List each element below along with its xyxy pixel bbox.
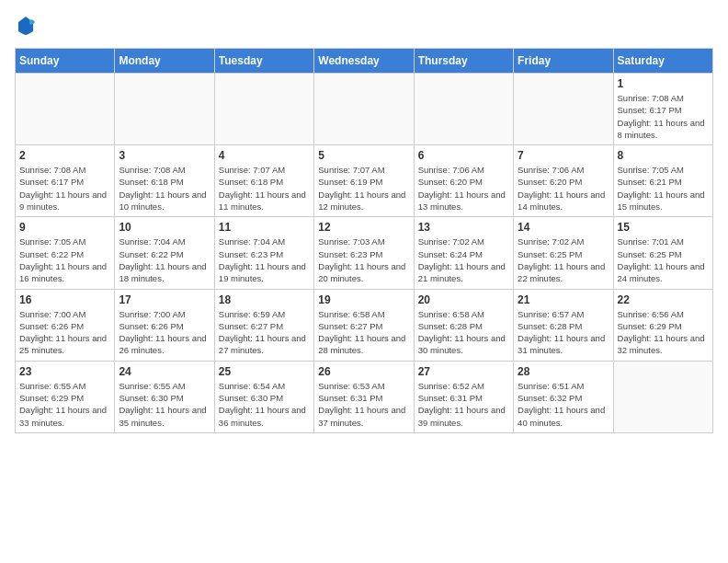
calendar-cell: 9Sunrise: 7:05 AM Sunset: 6:22 PM Daylig… [16, 217, 115, 289]
calendar-cell [514, 74, 613, 145]
calendar-cell: 24Sunrise: 6:55 AM Sunset: 6:30 PM Dayli… [115, 361, 214, 432]
calendar-cell [414, 74, 513, 145]
calendar-cell: 25Sunrise: 6:54 AM Sunset: 6:30 PM Dayli… [214, 361, 313, 432]
day-number: 21 [518, 293, 609, 306]
day-info: Sunrise: 7:07 AM Sunset: 6:18 PM Dayligh… [219, 164, 310, 213]
calendar-cell [115, 74, 214, 145]
day-info: Sunrise: 6:57 AM Sunset: 6:28 PM Dayligh… [518, 308, 609, 357]
calendar: SundayMondayTuesdayWednesdayThursdayFrid… [15, 48, 713, 433]
calendar-cell: 18Sunrise: 6:59 AM Sunset: 6:27 PM Dayli… [214, 289, 313, 361]
day-number: 5 [318, 149, 409, 162]
calendar-cell: 11Sunrise: 7:04 AM Sunset: 6:23 PM Dayli… [214, 217, 313, 289]
day-header-friday: Friday [514, 49, 613, 74]
day-info: Sunrise: 7:08 AM Sunset: 6:17 PM Dayligh… [19, 164, 110, 213]
calendar-cell: 12Sunrise: 7:03 AM Sunset: 6:23 PM Dayli… [314, 217, 414, 289]
day-number: 6 [418, 149, 509, 162]
calendar-cell: 16Sunrise: 7:00 AM Sunset: 6:26 PM Dayli… [16, 289, 115, 361]
calendar-cell: 10Sunrise: 7:04 AM Sunset: 6:22 PM Dayli… [115, 217, 214, 289]
day-number: 15 [618, 221, 709, 234]
day-info: Sunrise: 7:02 AM Sunset: 6:25 PM Dayligh… [518, 236, 609, 284]
day-info: Sunrise: 6:54 AM Sunset: 6:30 PM Dayligh… [219, 380, 310, 429]
day-info: Sunrise: 6:51 AM Sunset: 6:32 PM Dayligh… [518, 380, 609, 429]
day-info: Sunrise: 7:02 AM Sunset: 6:24 PM Dayligh… [418, 236, 509, 284]
calendar-cell: 2Sunrise: 7:08 AM Sunset: 6:17 PM Daylig… [16, 145, 115, 217]
day-info: Sunrise: 7:01 AM Sunset: 6:25 PM Dayligh… [618, 236, 709, 284]
day-info: Sunrise: 7:00 AM Sunset: 6:26 PM Dayligh… [119, 308, 210, 357]
calendar-cell [613, 361, 712, 432]
day-number: 25 [219, 365, 310, 378]
calendar-cell: 26Sunrise: 6:53 AM Sunset: 6:31 PM Dayli… [314, 361, 414, 432]
day-info: Sunrise: 7:03 AM Sunset: 6:23 PM Dayligh… [318, 236, 409, 284]
day-info: Sunrise: 6:58 AM Sunset: 6:27 PM Dayligh… [318, 308, 409, 357]
calendar-cell: 28Sunrise: 6:51 AM Sunset: 6:32 PM Dayli… [514, 361, 613, 432]
day-number: 18 [219, 293, 310, 306]
calendar-cell: 8Sunrise: 7:05 AM Sunset: 6:21 PM Daylig… [613, 145, 712, 217]
day-info: Sunrise: 7:06 AM Sunset: 6:20 PM Dayligh… [518, 164, 609, 213]
day-number: 13 [418, 221, 509, 234]
calendar-cell: 13Sunrise: 7:02 AM Sunset: 6:24 PM Dayli… [414, 217, 513, 289]
calendar-cell: 23Sunrise: 6:55 AM Sunset: 6:29 PM Dayli… [16, 361, 115, 432]
day-number: 20 [418, 293, 509, 306]
day-info: Sunrise: 7:08 AM Sunset: 6:18 PM Dayligh… [119, 164, 210, 213]
day-number: 2 [19, 149, 110, 162]
day-header-thursday: Thursday [414, 49, 513, 74]
calendar-cell: 27Sunrise: 6:52 AM Sunset: 6:31 PM Dayli… [414, 361, 513, 432]
calendar-cell: 19Sunrise: 6:58 AM Sunset: 6:27 PM Dayli… [314, 289, 414, 361]
calendar-cell: 4Sunrise: 7:07 AM Sunset: 6:18 PM Daylig… [214, 145, 313, 217]
day-number: 12 [318, 221, 409, 234]
calendar-cell: 17Sunrise: 7:00 AM Sunset: 6:26 PM Dayli… [115, 289, 214, 361]
day-header-saturday: Saturday [613, 49, 712, 74]
day-info: Sunrise: 6:53 AM Sunset: 6:31 PM Dayligh… [318, 380, 409, 429]
day-info: Sunrise: 6:55 AM Sunset: 6:29 PM Dayligh… [19, 380, 110, 429]
day-number: 9 [19, 221, 110, 234]
calendar-cell: 5Sunrise: 7:07 AM Sunset: 6:19 PM Daylig… [314, 145, 414, 217]
day-number: 24 [119, 365, 210, 378]
day-header-sunday: Sunday [16, 49, 115, 74]
calendar-cell: 3Sunrise: 7:08 AM Sunset: 6:18 PM Daylig… [115, 145, 214, 217]
calendar-cell: 1Sunrise: 7:08 AM Sunset: 6:17 PM Daylig… [613, 74, 712, 145]
day-info: Sunrise: 6:56 AM Sunset: 6:29 PM Dayligh… [618, 308, 709, 357]
calendar-cell: 14Sunrise: 7:02 AM Sunset: 6:25 PM Dayli… [514, 217, 613, 289]
day-number: 11 [219, 221, 310, 234]
day-header-tuesday: Tuesday [214, 49, 313, 74]
day-number: 14 [518, 221, 609, 234]
day-info: Sunrise: 7:05 AM Sunset: 6:21 PM Dayligh… [618, 164, 709, 213]
day-info: Sunrise: 7:04 AM Sunset: 6:22 PM Dayligh… [119, 236, 210, 284]
calendar-cell: 15Sunrise: 7:01 AM Sunset: 6:25 PM Dayli… [613, 217, 712, 289]
day-info: Sunrise: 6:58 AM Sunset: 6:28 PM Dayligh… [418, 308, 509, 357]
day-number: 23 [19, 365, 110, 378]
day-info: Sunrise: 7:05 AM Sunset: 6:22 PM Dayligh… [19, 236, 110, 284]
day-number: 19 [318, 293, 409, 306]
day-info: Sunrise: 6:55 AM Sunset: 6:30 PM Dayligh… [119, 380, 210, 429]
day-header-wednesday: Wednesday [314, 49, 414, 74]
calendar-cell [16, 74, 115, 145]
day-info: Sunrise: 6:59 AM Sunset: 6:27 PM Dayligh… [219, 308, 310, 357]
day-number: 3 [119, 149, 210, 162]
calendar-cell: 7Sunrise: 7:06 AM Sunset: 6:20 PM Daylig… [514, 145, 613, 217]
day-number: 16 [19, 293, 110, 306]
day-number: 8 [618, 149, 709, 162]
day-info: Sunrise: 7:07 AM Sunset: 6:19 PM Dayligh… [318, 164, 409, 213]
day-info: Sunrise: 7:06 AM Sunset: 6:20 PM Dayligh… [418, 164, 509, 213]
day-number: 17 [119, 293, 210, 306]
day-number: 28 [518, 365, 609, 378]
day-info: Sunrise: 7:00 AM Sunset: 6:26 PM Dayligh… [19, 308, 110, 357]
day-number: 22 [618, 293, 709, 306]
calendar-cell: 22Sunrise: 6:56 AM Sunset: 6:29 PM Dayli… [613, 289, 712, 361]
day-number: 7 [518, 149, 609, 162]
day-number: 1 [618, 77, 709, 90]
calendar-cell: 21Sunrise: 6:57 AM Sunset: 6:28 PM Dayli… [514, 289, 613, 361]
day-info: Sunrise: 6:52 AM Sunset: 6:31 PM Dayligh… [418, 380, 509, 429]
logo [15, 15, 40, 37]
day-number: 4 [219, 149, 310, 162]
calendar-cell: 6Sunrise: 7:06 AM Sunset: 6:20 PM Daylig… [414, 145, 513, 217]
day-info: Sunrise: 7:04 AM Sunset: 6:23 PM Dayligh… [219, 236, 310, 284]
calendar-cell [314, 74, 414, 145]
day-header-monday: Monday [115, 49, 214, 74]
day-number: 26 [318, 365, 409, 378]
day-info: Sunrise: 7:08 AM Sunset: 6:17 PM Dayligh… [618, 92, 709, 141]
day-number: 10 [119, 221, 210, 234]
calendar-cell: 20Sunrise: 6:58 AM Sunset: 6:28 PM Dayli… [414, 289, 513, 361]
logo-icon [15, 15, 37, 37]
calendar-cell [214, 74, 313, 145]
